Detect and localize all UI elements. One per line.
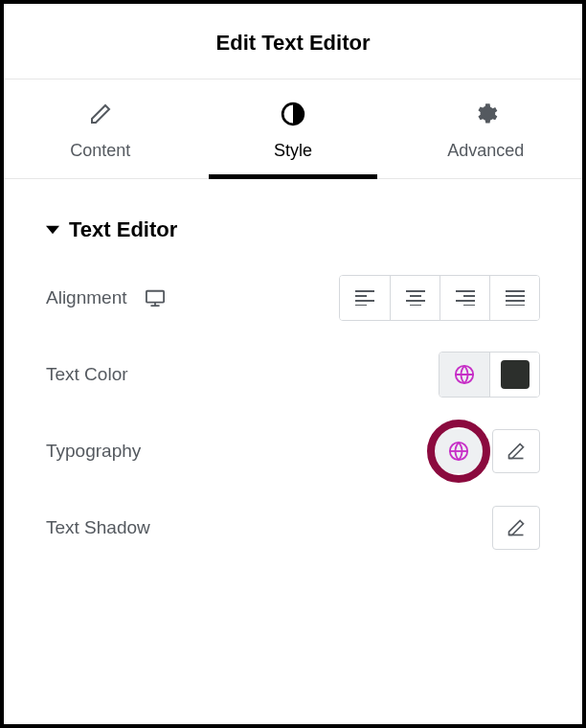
align-justify-button[interactable] <box>489 276 539 320</box>
desktop-icon[interactable] <box>145 288 166 307</box>
row-alignment: Alignment <box>46 275 540 321</box>
tab-label: Advanced <box>447 141 524 161</box>
tab-label: Content <box>70 141 130 161</box>
gear-icon <box>472 101 499 127</box>
color-swatch <box>501 360 530 389</box>
text-color-label: Text Color <box>46 364 128 385</box>
alignment-buttons <box>339 275 540 321</box>
align-right-button[interactable] <box>440 276 489 320</box>
text-shadow-label: Text Shadow <box>46 517 150 538</box>
row-typography: Typography <box>46 428 540 474</box>
pencil-icon <box>87 101 114 127</box>
typography-label: Typography <box>46 441 141 462</box>
globe-icon <box>448 441 469 462</box>
row-text-color: Text Color <box>46 352 540 398</box>
tab-style[interactable]: Style <box>196 80 389 178</box>
edit-text-shadow-button[interactable] <box>492 506 540 550</box>
tabs: Content Style Advanced <box>4 80 582 179</box>
row-label: Typography <box>46 441 141 462</box>
caret-down-icon <box>46 223 59 237</box>
align-center-button[interactable] <box>390 276 440 320</box>
panel-title: Edit Text Editor <box>4 31 582 56</box>
tab-content[interactable]: Content <box>4 80 196 178</box>
globe-icon <box>454 364 475 385</box>
align-left-button[interactable] <box>340 276 390 320</box>
global-color-button[interactable] <box>440 353 489 397</box>
typography-controls <box>435 429 540 473</box>
color-swatch-button[interactable] <box>489 353 539 397</box>
tab-advanced[interactable]: Advanced <box>390 80 582 178</box>
half-circle-icon <box>280 101 306 127</box>
svg-rect-1 <box>146 291 163 303</box>
edit-typography-button[interactable] <box>492 429 540 473</box>
global-typography-button[interactable] <box>435 429 483 473</box>
row-text-shadow: Text Shadow <box>46 505 540 551</box>
pencil-icon <box>507 518 526 537</box>
alignment-label: Alignment <box>46 287 127 308</box>
row-label: Text Color <box>46 364 128 385</box>
section-header[interactable]: Text Editor <box>46 217 540 242</box>
section-title: Text Editor <box>69 217 177 242</box>
pencil-icon <box>507 442 526 461</box>
row-label: Alignment <box>46 287 166 308</box>
tab-label: Style <box>274 141 312 161</box>
panel-header: Edit Text Editor <box>4 4 582 80</box>
section-text-editor: Text Editor Alignment <box>4 179 582 551</box>
text-color-controls <box>439 352 540 398</box>
row-label: Text Shadow <box>46 517 150 538</box>
